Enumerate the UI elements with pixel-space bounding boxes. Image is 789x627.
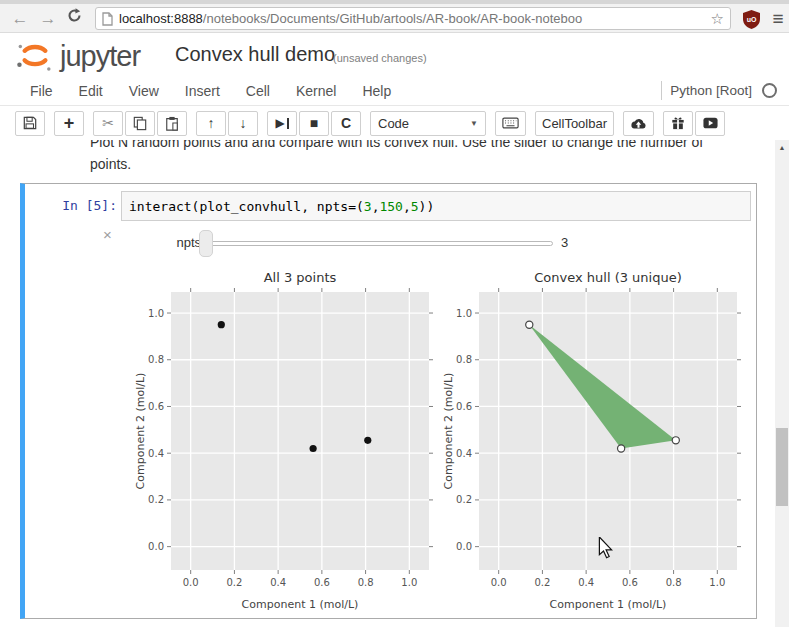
add-cell-button[interactable]: + — [54, 111, 84, 136]
gift-icon — [671, 116, 685, 130]
slider-value: 3 — [561, 235, 568, 250]
menu-cell[interactable]: Cell — [233, 83, 283, 99]
plot-all-points: 0.00.20.40.60.81.00.00.20.40.60.81.0All … — [135, 268, 435, 613]
save-button[interactable] — [15, 111, 45, 136]
cloud-upload-icon — [630, 117, 647, 130]
jupyter-logo[interactable]: jupyter — [16, 38, 140, 74]
menu-insert[interactable]: Insert — [172, 83, 233, 99]
svg-text:All 3 points: All 3 points — [264, 270, 337, 285]
svg-text:Convex hull (3 unique): Convex hull (3 unique) — [534, 270, 682, 285]
svg-text:0.4: 0.4 — [578, 577, 594, 588]
menu-view[interactable]: View — [116, 83, 172, 99]
arrow-down-icon: ↓ — [240, 116, 247, 130]
svg-text:0.6: 0.6 — [456, 401, 472, 412]
jupyter-logo-icon — [16, 38, 54, 74]
svg-text:uO: uO — [747, 16, 757, 23]
scrollbar-up-icon[interactable]: ▲ — [775, 142, 789, 154]
svg-text:0.6: 0.6 — [148, 401, 164, 412]
refresh-button[interactable] — [62, 7, 86, 31]
svg-text:Component 2 (mol/L): Component 2 (mol/L) — [135, 373, 147, 490]
svg-text:Component 1 (mol/L): Component 1 (mol/L) — [242, 598, 359, 611]
kernel-name: Python [Root] — [661, 81, 760, 100]
save-icon — [23, 116, 37, 130]
notebook-toolbar: + ✂ ↑ — [0, 106, 789, 140]
code-input-area[interactable]: interact(plot_convhull, npts=(3,150,5)) — [121, 191, 751, 221]
move-cell-down-button[interactable]: ↓ — [228, 111, 258, 136]
copy-cell-button[interactable] — [125, 111, 155, 136]
refresh-icon — [66, 7, 83, 24]
menu-help[interactable]: Help — [349, 83, 404, 99]
kernel-idle-icon — [762, 83, 777, 98]
page-icon — [102, 12, 113, 26]
paste-cell-button[interactable] — [157, 111, 187, 136]
plus-icon: + — [64, 114, 75, 132]
svg-text:0.2: 0.2 — [534, 577, 550, 588]
mouse-cursor — [598, 537, 613, 563]
svg-text:1.0: 1.0 — [401, 577, 417, 588]
run-icon-bar — [287, 118, 289, 129]
bookmark-star-icon[interactable]: ☆ — [711, 10, 724, 28]
svg-text:0.8: 0.8 — [456, 354, 472, 365]
kernel-indicator: Python [Root] — [661, 81, 777, 100]
keyboard-icon — [502, 117, 519, 129]
selected-code-cell[interactable]: In [5]: interact(plot_convhull, npts=(3,… — [20, 183, 757, 619]
scrollbar-thumb[interactable] — [776, 428, 788, 506]
back-button[interactable]: ← — [8, 7, 32, 31]
scissors-icon: ✂ — [102, 116, 114, 130]
interrupt-kernel-button[interactable]: ■ — [299, 111, 329, 136]
markdown-cell-text: Plot N random points and and compare wit… — [90, 140, 745, 175]
gift-button[interactable] — [663, 111, 693, 136]
stop-icon: ■ — [310, 116, 318, 130]
run-icon: ▶ — [275, 117, 284, 129]
chevron-down-icon: ▼ — [470, 119, 478, 128]
video-tour-button[interactable] — [695, 111, 725, 136]
svg-text:0.6: 0.6 — [622, 577, 638, 588]
svg-text:0.4: 0.4 — [456, 448, 472, 459]
restart-icon: C — [341, 116, 351, 130]
restart-kernel-button[interactable]: C — [331, 111, 361, 136]
input-prompt: In [5]: — [27, 198, 117, 213]
widget-close-button[interactable]: × — [103, 227, 112, 242]
svg-text:0.2: 0.2 — [148, 494, 164, 505]
jupyter-logo-text: jupyter — [60, 40, 140, 73]
shield-icon: uO — [741, 9, 762, 30]
svg-text:0.8: 0.8 — [148, 354, 164, 365]
svg-text:1.0: 1.0 — [709, 577, 725, 588]
command-palette-button[interactable] — [495, 111, 526, 136]
npts-slider-track[interactable] — [206, 241, 553, 246]
celltoolbar-button[interactable]: CellToolbar — [535, 111, 614, 136]
notebook-scroll-area[interactable]: Plot N random points and and compare wit… — [0, 140, 775, 627]
browser-menu-button[interactable]: ≡ — [766, 7, 789, 31]
npts-slider-handle[interactable] — [199, 230, 213, 257]
forward-button[interactable]: → — [36, 7, 60, 31]
paste-icon — [165, 116, 179, 131]
svg-text:0.0: 0.0 — [148, 541, 164, 552]
code-text: interact(plot_convhull, npts=(3,150,5)) — [129, 199, 434, 214]
menu-file[interactable]: File — [17, 83, 66, 99]
cell-type-value: Code — [378, 116, 409, 131]
url-host: localhost:8888 — [119, 11, 203, 26]
cloud-upload-button[interactable] — [623, 111, 654, 136]
ublock-extension-button[interactable]: uO — [741, 9, 762, 34]
svg-text:1.0: 1.0 — [456, 308, 472, 319]
svg-text:0.0: 0.0 — [491, 577, 507, 588]
cut-cell-button[interactable]: ✂ — [93, 111, 123, 136]
move-cell-up-button[interactable]: ↑ — [196, 111, 226, 136]
notebook-title[interactable]: Convex hull demo — [175, 43, 335, 66]
svg-text:1.0: 1.0 — [148, 308, 164, 319]
scrollbar-track[interactable]: ▲ — [775, 140, 789, 627]
plot-convex-hull: 0.00.20.40.60.81.00.00.20.40.60.81.0Conv… — [443, 268, 743, 613]
svg-text:Component 2 (mol/L): Component 2 (mol/L) — [443, 373, 455, 490]
url-bar[interactable]: localhost:8888/notebooks/Documents/GitHu… — [95, 7, 731, 30]
copy-icon — [133, 116, 147, 131]
svg-text:0.2: 0.2 — [456, 494, 472, 505]
cell-type-select[interactable]: Code ▼ — [370, 111, 486, 136]
menu-kernel[interactable]: Kernel — [283, 83, 349, 99]
svg-text:0.4: 0.4 — [148, 448, 164, 459]
menu-edit[interactable]: Edit — [66, 83, 116, 99]
run-cell-button[interactable]: ▶ — [267, 111, 297, 136]
svg-text:0.4: 0.4 — [270, 577, 286, 588]
save-status: (unsaved changes) — [333, 52, 427, 64]
menu-bar: File Edit View Insert Cell Kernel Help P… — [0, 77, 789, 106]
svg-text:Component 1 (mol/L): Component 1 (mol/L) — [550, 598, 667, 611]
